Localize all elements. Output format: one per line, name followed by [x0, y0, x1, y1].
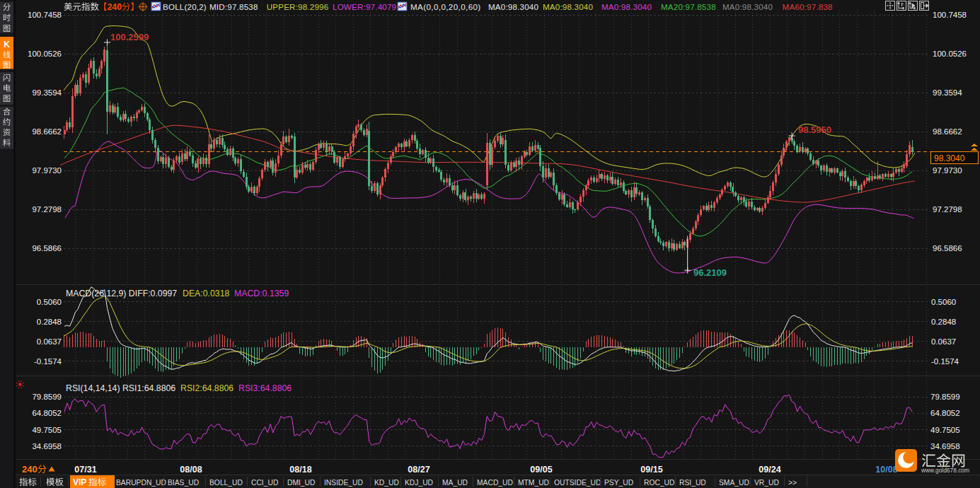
svg-text:49.7505: 49.7505: [32, 426, 62, 434]
svg-text:98.3040: 98.3040: [934, 153, 965, 163]
svg-text:MID:97.8538: MID:97.8538: [209, 2, 258, 11]
svg-text:-0.1574: -0.1574: [931, 357, 959, 366]
svg-text:34.6958: 34.6958: [930, 442, 960, 451]
svg-text:BARUPDN_UD: BARUPDN_UD: [116, 479, 166, 487]
svg-text:100.7458: 100.7458: [933, 11, 967, 19]
svg-text:34.6958: 34.6958: [32, 442, 62, 451]
svg-text:10/08: 10/08: [875, 465, 897, 475]
svg-text:LOWER:97.4079: LOWER:97.4079: [333, 2, 396, 11]
svg-text:240: 240: [22, 464, 38, 475]
svg-text:97.2798: 97.2798: [933, 205, 962, 214]
svg-text:79.8599: 79.8599: [32, 393, 62, 401]
svg-text:www.gold678.com: www.gold678.com: [921, 467, 969, 474]
svg-text:MA(0,0,0,20,0,60): MA(0,0,0,20,0,60): [410, 2, 481, 11]
svg-text:MA0:98.3040: MA0:98.3040: [601, 2, 652, 11]
svg-text:MACD_UD: MACD_UD: [477, 479, 513, 487]
svg-text:100.0526: 100.0526: [28, 50, 62, 58]
svg-text:0.0637: 0.0637: [931, 337, 956, 346]
svg-text:MA_UD: MA_UD: [442, 479, 468, 487]
svg-text:07/31: 07/31: [74, 465, 96, 475]
svg-text:K: K: [4, 40, 10, 50]
svg-text:MACD:0.1359: MACD:0.1359: [234, 289, 289, 298]
svg-text:96.5866: 96.5866: [32, 244, 62, 252]
svg-text:09/24: 09/24: [759, 465, 780, 475]
svg-text:96.2109: 96.2109: [693, 267, 727, 278]
svg-text:98.6662: 98.6662: [933, 127, 962, 136]
svg-text:>>: >>: [788, 479, 797, 487]
svg-text:97.9730: 97.9730: [32, 166, 62, 175]
svg-text:09/05: 09/05: [530, 465, 552, 475]
svg-text:-0.1574: -0.1574: [34, 357, 62, 366]
svg-text:0.2848: 0.2848: [931, 318, 956, 326]
svg-text:08/08: 08/08: [180, 465, 202, 475]
svg-text:0.0637: 0.0637: [37, 337, 62, 346]
svg-text:MA0:98.3040: MA0:98.3040: [722, 2, 773, 11]
svg-text:BOLL_UD: BOLL_UD: [209, 479, 243, 487]
svg-text:64.8052: 64.8052: [32, 409, 62, 417]
svg-text:BOLL(20,2): BOLL(20,2): [163, 2, 207, 11]
svg-text:08/18: 08/18: [289, 465, 311, 475]
svg-text:100.7458: 100.7458: [28, 11, 62, 19]
svg-text:DMI_UD: DMI_UD: [287, 479, 315, 487]
svg-text:64.8052: 64.8052: [930, 409, 960, 417]
svg-text:MA60:97.838: MA60:97.838: [783, 2, 833, 11]
svg-text:97.2798: 97.2798: [32, 205, 62, 214]
svg-text:KDJ_UD: KDJ_UD: [405, 479, 433, 487]
svg-text:RSI2:64.8806: RSI2:64.8806: [180, 383, 234, 393]
svg-text:BIAS_UD: BIAS_UD: [168, 479, 199, 487]
svg-text:ROC_UD: ROC_UD: [644, 479, 674, 487]
svg-text:SMA_UD: SMA_UD: [719, 479, 749, 487]
svg-text:MA0:98.3040: MA0:98.3040: [488, 2, 538, 11]
svg-text:RSI_UD: RSI_UD: [679, 479, 706, 487]
svg-text:100.0526: 100.0526: [933, 50, 967, 58]
svg-text:VIP: VIP: [73, 477, 86, 487]
svg-text:0.2848: 0.2848: [37, 318, 62, 326]
svg-text:49.7505: 49.7505: [930, 426, 960, 434]
svg-text:INSIDE_UD: INSIDE_UD: [324, 479, 363, 487]
svg-text:UPPER:98.2996: UPPER:98.2996: [267, 2, 329, 11]
svg-text:CCI_UD: CCI_UD: [251, 479, 278, 487]
svg-text:08/27: 08/27: [408, 465, 430, 475]
svg-text:VR_UD: VR_UD: [754, 479, 779, 487]
svg-text:99.3594: 99.3594: [32, 88, 62, 97]
svg-text:DEA:0.0318: DEA:0.0318: [183, 289, 229, 298]
svg-text:100.2599: 100.2599: [110, 32, 149, 42]
svg-text:MA20:97.8538: MA20:97.8538: [661, 2, 716, 11]
svg-text:MACD(26,12,9) DIFF:0.0997: MACD(26,12,9) DIFF:0.0997: [66, 289, 177, 298]
svg-text:MTM_UD: MTM_UD: [518, 479, 549, 487]
svg-text:OUTSIDE_UD: OUTSIDE_UD: [554, 479, 601, 487]
svg-text:RSI(14,14,14) RSI1:64.8806: RSI(14,14,14) RSI1:64.8806: [66, 383, 175, 393]
svg-text:0.5060: 0.5060: [931, 298, 956, 306]
svg-text:RSI3:64.8806: RSI3:64.8806: [238, 383, 292, 393]
svg-text:96.5866: 96.5866: [933, 244, 962, 252]
svg-text:98.6662: 98.6662: [32, 127, 62, 136]
svg-text:240: 240: [108, 2, 122, 12]
svg-text:09/15: 09/15: [640, 465, 662, 475]
svg-text:PSY_UD: PSY_UD: [604, 479, 633, 487]
svg-text:0.5060: 0.5060: [37, 298, 62, 306]
svg-text:KD_UD: KD_UD: [374, 479, 399, 487]
svg-text:79.8599: 79.8599: [930, 393, 960, 401]
svg-text:99.3594: 99.3594: [933, 88, 962, 97]
svg-text:MA0:98.3040: MA0:98.3040: [543, 2, 593, 11]
svg-text:97.9730: 97.9730: [933, 166, 962, 175]
svg-text:98.5950: 98.5950: [798, 124, 831, 135]
